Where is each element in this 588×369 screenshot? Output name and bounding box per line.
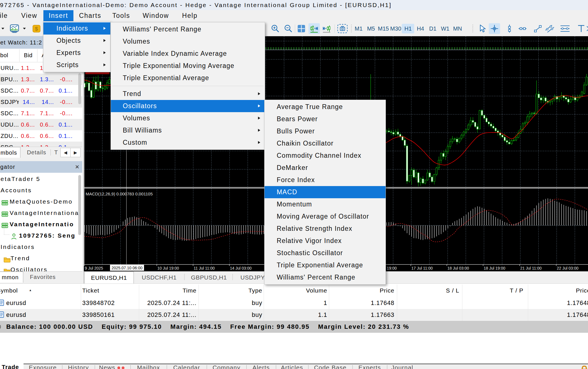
column-separator[interactable] (528, 285, 528, 321)
column-separator[interactable] (264, 285, 264, 321)
trade-col-volume[interactable]: Volume (265, 284, 327, 297)
menuitem-triple-exponential-moving-average[interactable]: Triple Exponential Moving Average (111, 60, 265, 72)
menuitem-bulls-power[interactable]: Bulls Power (265, 125, 386, 137)
menuitem-chaikin-oscillator[interactable]: Chaikin Oscillator (265, 137, 386, 150)
timeframe-mn[interactable]: MN (451, 24, 464, 33)
trendline-icon[interactable] (532, 23, 544, 34)
horizontal-splitter[interactable] (0, 158, 82, 161)
column-separator[interactable] (198, 285, 199, 321)
trade-col-type[interactable]: Type (200, 284, 262, 297)
menuitem-williams-percent-range[interactable]: Williams' Percent Range (111, 23, 265, 35)
tabs-scroll-right-icon[interactable]: ▶ (70, 148, 81, 157)
nav-item-etatrader-5[interactable]: etaTrader 5 (0, 173, 78, 185)
menuitem-stochastic-oscillator[interactable]: Stochastic Oscillator (265, 247, 386, 259)
menuitem-trend[interactable]: Trend (111, 88, 265, 100)
chart-tab-eurusd-h1[interactable]: EURUSD,H1 (84, 272, 134, 284)
menuitem-objects[interactable]: Objects (43, 35, 110, 47)
market-watch-col-symbol[interactable]: Symbol (0, 49, 8, 62)
menuitem-demarker[interactable]: DeMarker (265, 162, 386, 174)
crosshair-icon[interactable] (489, 23, 500, 34)
toolbar-grip[interactable] (351, 25, 352, 33)
market-watch-scrollbar[interactable] (78, 73, 81, 104)
timeframe-h1[interactable]: H1 (402, 24, 414, 33)
menu-tools[interactable]: Tools (107, 10, 136, 21)
timeframe-m1[interactable]: M1 (352, 24, 365, 33)
trade-col-price[interactable]: Price (331, 284, 394, 297)
tab-history[interactable]: History (62, 364, 95, 369)
cursor-icon[interactable] (477, 23, 488, 34)
menuitem-variable-index-dynamic-average[interactable]: Variable Index Dynamic Average (111, 48, 265, 60)
tabs-scroll-left-icon[interactable]: ◀ (60, 148, 71, 157)
menuitem-triple-exponential-average[interactable]: Triple Exponential Average (111, 72, 265, 84)
tab-news[interactable]: News (95, 364, 130, 369)
chart-tab-usdchf-h1[interactable]: USDCHF,H1 (135, 272, 183, 284)
chart-shift-icon[interactable] (321, 23, 332, 34)
market-watch-row-sdjpy[interactable]: SDJPY14...14...-0.... (0, 96, 82, 108)
menuitem-experts[interactable]: Experts (43, 47, 110, 59)
timeframe-m15[interactable]: M15 (377, 24, 390, 33)
menuitem-moving-average-of-oscillator[interactable]: Moving Average of Oscillator (265, 210, 386, 223)
menuitem-indicators[interactable]: Indicators (43, 22, 110, 35)
market-watch-row-bpu[interactable]: BPU...1.3...1.3...-0.... (0, 74, 82, 85)
tab-code-base[interactable]: Code Base (308, 364, 352, 369)
tab-company[interactable]: Company (207, 364, 246, 369)
tab-common[interactable]: mmon (0, 272, 23, 283)
fibonacci-icon[interactable] (559, 23, 571, 34)
timeframe-d1[interactable]: D1 (427, 24, 439, 33)
menuitem-volumes[interactable]: Volumes (111, 35, 265, 48)
nav-item-oscillators[interactable]: Oscillators (0, 264, 78, 271)
trade-col-tp[interactable]: T / P (464, 284, 523, 297)
market-watch-row-sdc[interactable]: SDC...0.7...0.7...0.1... (0, 85, 82, 96)
tile-windows-icon[interactable] (296, 23, 307, 34)
tab-favorites[interactable]: Favorites (27, 272, 58, 283)
menuitem-momentum[interactable]: Momentum (265, 198, 386, 210)
market-watch-row-sdc[interactable]: SDC...1.3...1.3...0.1... (0, 142, 82, 147)
timeframe-w1[interactable]: W1 (439, 24, 451, 33)
menu-window[interactable]: Window (136, 10, 175, 21)
nav-item-vantageinternatio[interactable]: VantageInternatio (0, 219, 78, 230)
market-watch-col-bid[interactable]: Bid (19, 49, 37, 62)
tab-articles[interactable]: Articles (276, 364, 308, 369)
tab-symbols[interactable]: mbols (0, 147, 20, 158)
timeframe-m30[interactable]: M30 (390, 24, 402, 33)
trade-row-339848702[interactable]: eurusd3398487022025.07.24 11:...buy11.17… (0, 297, 588, 309)
menuitem-force-index[interactable]: Force Index (265, 174, 386, 186)
trade-row-339850161[interactable]: eurusd3398501612025.07.24 11:...buy1.11.… (0, 309, 588, 321)
new-chart-icon[interactable] (9, 23, 20, 34)
trade-col-sl[interactable]: S / L (399, 284, 459, 297)
menu-insert[interactable]: Insert (43, 10, 73, 21)
channel-icon[interactable] (544, 23, 556, 34)
tab-exposure[interactable]: Exposure (24, 364, 62, 369)
menuitem-relative-vigor-index[interactable]: Relative Vigor Index (265, 235, 386, 247)
nav-item-metaquotes-demo[interactable]: MetaQuotes-Demo (0, 196, 78, 207)
caret-down-icon[interactable] (1, 23, 5, 34)
menuitem-volumes[interactable]: Volumes (111, 112, 265, 124)
menu-view[interactable]: View (15, 10, 43, 21)
timeframe-h4[interactable]: H4 (414, 24, 427, 33)
caret-down-icon[interactable] (22, 23, 27, 34)
screenshot-icon[interactable] (336, 23, 349, 34)
trade-col-ticket[interactable]: Ticket (82, 284, 136, 297)
column-separator[interactable] (397, 285, 397, 321)
menuitem-oscillators[interactable]: Oscillators (111, 100, 265, 112)
nav-item-vantageinternationa[interactable]: VantageInternationa (0, 207, 78, 219)
one-click-trading-icon[interactable]: $ (32, 23, 41, 34)
trade-col-price[interactable]: Price (530, 284, 588, 297)
vertical-line-icon[interactable] (504, 23, 515, 34)
market-watch-row-udu[interactable]: UDU...0.6...0.6...0.1... (0, 119, 82, 130)
text-tool-icon[interactable] (576, 23, 586, 34)
menuitem-bears-power[interactable]: Bears Power (265, 113, 386, 125)
column-separator[interactable] (329, 285, 329, 321)
menuitem-scripts[interactable]: Scripts (43, 59, 110, 71)
nav-item-accounts[interactable]: Accounts (0, 185, 78, 196)
tab-journal[interactable]: Journal (387, 364, 418, 369)
column-separator[interactable] (462, 285, 462, 321)
menu-help[interactable]: Help (176, 10, 204, 21)
tab-mailbox[interactable]: Mailbox (130, 364, 167, 369)
menuitem-average-true-range[interactable]: Average True Range (265, 101, 386, 113)
tab-calendar[interactable]: Calendar (167, 364, 207, 369)
arrows-icon[interactable] (586, 23, 588, 34)
menuitem-bill-williams[interactable]: Bill Williams (111, 124, 265, 136)
chart-tab-gbpusd-h1[interactable]: GBPUSD,H1 (185, 272, 233, 284)
menuitem-williams-percent-range[interactable]: Williams' Percent Range (265, 271, 386, 283)
